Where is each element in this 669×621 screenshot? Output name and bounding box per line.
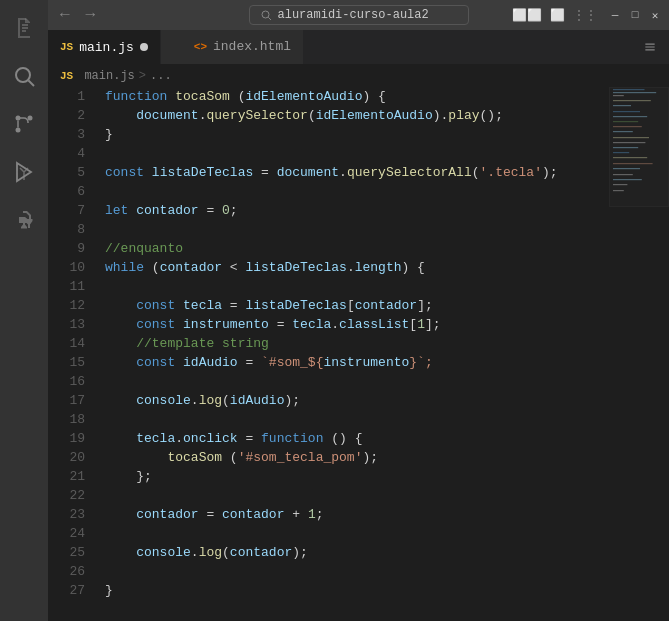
token-punc: ; [316,507,324,522]
token-punc: = [199,203,222,218]
run-icon[interactable] [0,148,48,196]
line-number: 8 [48,220,85,239]
line-number: 25 [48,543,85,562]
files-icon[interactable] [0,4,48,52]
token-punc: . [191,545,199,560]
token-var: instrumento [323,355,409,370]
line-number: 16 [48,372,85,391]
code-line [105,144,609,163]
token-prop: console [136,393,191,408]
token-kw: while [105,260,144,275]
source-control-icon[interactable] [0,100,48,148]
title-bar-left: ← → [56,4,99,26]
breadcrumb-file: JS main.js [60,69,135,83]
line-number: 12 [48,296,85,315]
token-punc [144,165,152,180]
code-line: const tecla = listaDeTeclas[contador]; [105,296,609,315]
token-punc [105,507,136,522]
minimize-button[interactable]: — [609,9,621,21]
search-icon-bar[interactable] [0,52,48,100]
token-punc [105,317,136,332]
token-method: log [199,393,222,408]
token-punc: = [238,431,261,446]
line-number: 1 [48,87,85,106]
search-text: aluramidi-curso-aula2 [278,8,429,22]
tab-main-js[interactable]: JS main.js [48,29,161,64]
token-punc [105,469,136,484]
code-line: while (contador < listaDeTeclas.length) … [105,258,609,277]
tab-index-html[interactable]: <> index.html [161,29,304,64]
token-punc [105,108,136,123]
line-number: 7 [48,201,85,220]
search-bar[interactable]: aluramidi-curso-aula2 [249,5,469,25]
token-punc: ( [222,393,230,408]
code-line: tecla.onclick = function () { [105,429,609,448]
line-number: 5 [48,163,85,182]
code-line: const listaDeTeclas = document.querySele… [105,163,609,182]
tab-label-html: <> [194,41,207,53]
line-number: 15 [48,353,85,372]
nav-forward-button[interactable]: → [82,4,100,26]
token-var: tecla [136,431,175,446]
extensions-icon[interactable] [0,196,48,244]
token-punc: + [284,507,307,522]
token-method: log [199,545,222,560]
token-num: 0 [222,203,230,218]
token-prop: console [136,545,191,560]
title-bar: ← → aluramidi-curso-aula2 ⬜⬜ ⬜ ⋮⋮ — □ ✕ [48,0,669,30]
code-area[interactable]: function tocaSom (idElementoAudio) { doc… [93,87,609,621]
line-number: 21 [48,467,85,486]
token-var: contador [160,260,222,275]
line-number: 2 [48,106,85,125]
line-number: 4 [48,144,85,163]
code-line: } [105,125,609,144]
token-punc: = [269,317,292,332]
token-str: '#som_tecla_pom' [238,450,363,465]
svg-point-2 [16,116,21,121]
token-punc: . [347,260,355,275]
token-num: 1 [417,317,425,332]
token-punc [105,355,136,370]
close-button[interactable]: ✕ [649,9,661,21]
layout-icon-3[interactable]: ⋮⋮ [573,8,597,23]
line-number: 26 [48,562,85,581]
token-punc: } [105,127,113,142]
code-line [105,562,609,581]
token-punc: ; [230,203,238,218]
token-cmt: //template string [136,336,269,351]
token-punc: } [105,583,113,598]
token-punc [105,431,136,446]
svg-point-3 [28,116,33,121]
tab-settings-icon[interactable] [631,29,669,64]
tab-icon-js: JS [60,41,73,53]
token-punc: ) { [402,260,425,275]
token-punc: . [175,431,183,446]
token-punc: ( [230,89,246,104]
token-var: tecla [292,317,331,332]
maximize-button[interactable]: □ [629,9,641,21]
nav-back-button[interactable]: ← [56,4,74,26]
line-number: 18 [48,410,85,429]
token-str: '.tecla' [480,165,542,180]
code-line: console.log(contador); [105,543,609,562]
token-tmpl: }`; [409,355,432,370]
token-kw: const [136,298,175,313]
token-kw: function [261,431,323,446]
line-number: 14 [48,334,85,353]
minimap [609,87,669,621]
tab-filename-index-html: index.html [213,39,291,54]
line-number: 24 [48,524,85,543]
token-prop: document [277,165,339,180]
layout-icon-2[interactable]: ⬜ [550,8,565,23]
code-line [105,486,609,505]
search-icon-title [260,9,272,21]
token-punc: ). [433,108,449,123]
token-var: idElementoAudio [316,108,433,123]
editor-container: 1234567891011121314151617181920212223242… [48,87,669,621]
token-num: 1 [308,507,316,522]
line-number: 3 [48,125,85,144]
token-var: contador [136,203,198,218]
line-number: 11 [48,277,85,296]
line-number: 6 [48,182,85,201]
layout-icon-1[interactable]: ⬜⬜ [512,8,542,23]
